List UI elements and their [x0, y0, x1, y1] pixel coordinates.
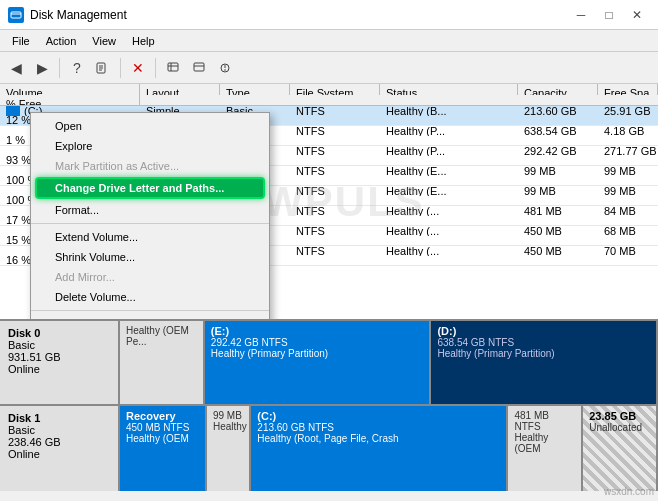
disk0-oem-info: Healthy (OEM Pe...: [126, 325, 197, 347]
svg-point-13: [224, 69, 226, 71]
disk1-c-status: Healthy (Root, Page File, Crash: [257, 433, 500, 444]
disk0-part-e[interactable]: (E:) 292.42 GB NTFS Healthy (Primary Par…: [205, 321, 432, 404]
app-icon: [8, 7, 24, 23]
disk0-part-d[interactable]: (D:) 638.54 GB NTFS Healthy (Primary Par…: [431, 321, 658, 404]
disk1-recovery-info: 450 MB NTFS: [126, 422, 199, 433]
cell-free: 25.91 GB: [598, 106, 658, 116]
disk1-part-c[interactable]: (C:) 213.60 GB NTFS Healthy (Root, Page …: [251, 406, 508, 491]
volume-icon: [6, 106, 20, 116]
cell-capacity: 481 MB: [518, 206, 598, 216]
ctx-item[interactable]: Explore: [31, 136, 269, 156]
cell-free: 271.77 GB: [598, 146, 658, 156]
disk1-row: Disk 1 Basic 238.46 GB Online Recovery 4…: [0, 406, 658, 491]
disk0-e-status: Healthy (Primary Partition): [211, 348, 424, 359]
ctx-item[interactable]: Extend Volume...: [31, 227, 269, 247]
cell-status: Healthy (...: [380, 246, 518, 256]
disk1-c-drive: (C:): [257, 410, 500, 422]
back-button[interactable]: ◀: [4, 56, 28, 80]
cell-status: Healthy (P...: [380, 126, 518, 136]
disk1-label: Disk 1 Basic 238.46 GB Online: [0, 406, 120, 491]
disk1-sublabel: Basic: [8, 424, 110, 436]
toolbar-sep-3: [155, 58, 156, 78]
ctx-item[interactable]: Shrink Volume...: [31, 247, 269, 267]
window-controls[interactable]: ─ □ ✕: [568, 5, 650, 25]
disk0-partitions: Healthy (OEM Pe... (E:) 292.42 GB NTFS H…: [120, 321, 658, 404]
cell-fs: NTFS: [290, 166, 380, 176]
disk0-sublabel: Basic: [8, 339, 110, 351]
ctx-item[interactable]: Delete Volume...: [31, 287, 269, 307]
close-button[interactable]: ✕: [624, 5, 650, 25]
menu-file[interactable]: File: [4, 33, 38, 49]
forward-button[interactable]: ▶: [30, 56, 54, 80]
cell-free: 68 MB: [598, 226, 658, 236]
disk1-recovery[interactable]: Recovery 450 MB NTFS Healthy (OEM: [120, 406, 207, 491]
cell-fs: NTFS: [290, 246, 380, 256]
cell-fs: NTFS: [290, 126, 380, 136]
disk0-d-info: 638.54 GB NTFS: [437, 337, 650, 348]
col-pct: % Free: [0, 95, 140, 106]
menu-help[interactable]: Help: [124, 33, 163, 49]
tool3-button[interactable]: [213, 56, 237, 80]
cell-status: Healthy (E...: [380, 186, 518, 196]
minimize-button[interactable]: ─: [568, 5, 594, 25]
ctx-change-drive-letter[interactable]: Change Drive Letter and Paths...: [35, 177, 265, 199]
help-button[interactable]: ?: [65, 56, 89, 80]
disk1-unallocated[interactable]: 23.85 GB Unallocated: [583, 406, 658, 491]
disk0-e-drive: (E:): [211, 325, 424, 337]
disk0-e-info: 292.42 GB NTFS: [211, 337, 424, 348]
disk1-title: Disk 1: [8, 412, 110, 424]
disk1-size: 238.46 GB: [8, 436, 110, 448]
cell-capacity: 99 MB: [518, 186, 598, 196]
cell-status: Healthy (E...: [380, 166, 518, 176]
disk1-part-481mb[interactable]: 481 MB NTFS Healthy (OEM: [508, 406, 583, 491]
disk1-481mb-info: 481 MB NTFS: [514, 410, 575, 432]
cell-free: 84 MB: [598, 206, 658, 216]
cell-free: 99 MB: [598, 186, 658, 196]
cell-free: 4.18 GB: [598, 126, 658, 136]
disk1-unallocated-size: 23.85 GB: [589, 410, 650, 422]
title-bar: Disk Management ─ □ ✕: [0, 0, 658, 30]
ctx-item[interactable]: Open: [31, 116, 269, 136]
cell-fs: NTFS: [290, 146, 380, 156]
ctx-item[interactable]: Format...: [31, 200, 269, 220]
svg-rect-9: [194, 63, 204, 71]
menu-bar: File Action View Help: [0, 30, 658, 52]
delete-button[interactable]: ✕: [126, 56, 150, 80]
ctx-item-disabled: Add Mirror...: [31, 267, 269, 287]
maximize-button[interactable]: □: [596, 5, 622, 25]
disk0-d-status: Healthy (Primary Partition): [437, 348, 650, 359]
cell-fs: NTFS: [290, 206, 380, 216]
svg-rect-6: [168, 63, 178, 71]
disk1-part-99mb[interactable]: 99 MB Healthy: [207, 406, 251, 491]
svg-rect-0: [11, 12, 21, 18]
cell-status: Healthy (B...: [380, 106, 518, 116]
toolbar: ◀ ▶ ? ✕: [0, 52, 658, 84]
disk0-status: Online: [8, 363, 110, 375]
cell-capacity: 450 MB: [518, 246, 598, 256]
cell-fs: NTFS: [290, 106, 380, 116]
disk0-label: Disk 0 Basic 931.51 GB Online: [0, 321, 120, 404]
disk0-size: 931.51 GB: [8, 351, 110, 363]
tool2-button[interactable]: [187, 56, 211, 80]
cell-fs: NTFS: [290, 186, 380, 196]
cell-free: 99 MB: [598, 166, 658, 176]
cell-capacity: 450 MB: [518, 226, 598, 236]
properties-button[interactable]: [91, 56, 115, 80]
disk1-99mb-info: 99 MB: [213, 410, 243, 421]
toolbar-sep-2: [120, 58, 121, 78]
cell-fs: NTFS: [290, 226, 380, 236]
menu-action[interactable]: Action: [38, 33, 85, 49]
col-layout: Layout: [140, 84, 220, 95]
menu-view[interactable]: View: [84, 33, 124, 49]
disk1-status: Online: [8, 448, 110, 460]
disk1-recovery-drive: Recovery: [126, 410, 199, 422]
disk0-part-oem[interactable]: Healthy (OEM Pe...: [120, 321, 205, 404]
disk1-unallocated-label: Unallocated: [589, 422, 650, 433]
col-capacity: Capacity: [518, 84, 598, 95]
ctx-item[interactable]: Properties: [31, 314, 269, 321]
tool1-button[interactable]: [161, 56, 185, 80]
cell-capacity: 638.54 GB: [518, 126, 598, 136]
table-area: AWPULS Volume Layout Type File System St…: [0, 84, 658, 321]
disk1-481mb-status: Healthy (OEM: [514, 432, 575, 454]
cell-capacity: 213.60 GB: [518, 106, 598, 116]
